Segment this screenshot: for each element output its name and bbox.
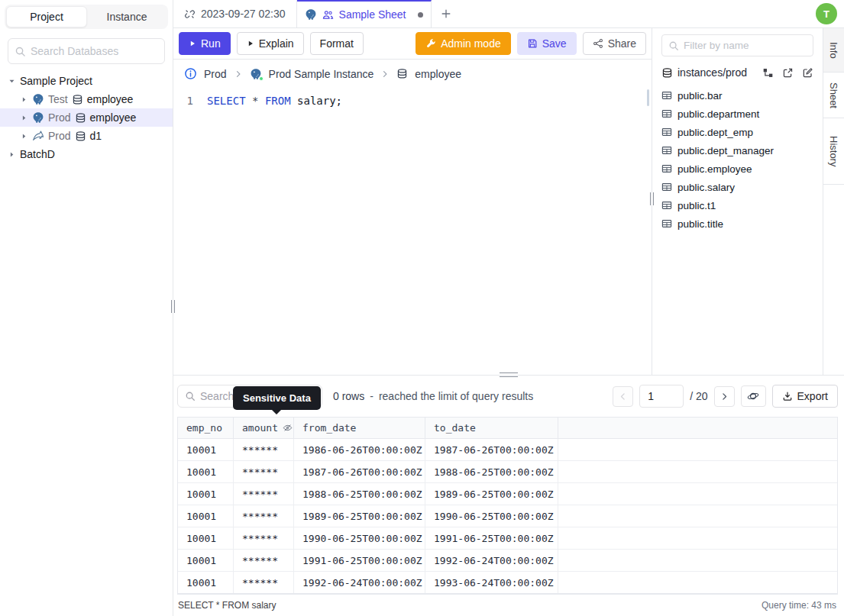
schema-diagram-icon[interactable] [762,67,774,79]
admin-mode-button[interactable]: Admin mode [416,32,511,55]
cell-masked[interactable]: ****** [234,461,294,482]
breadcrumb-database[interactable]: employee [415,68,461,80]
cell-filler [558,483,837,505]
cell[interactable]: 10001 [178,505,234,527]
table-icon [661,182,672,192]
editor-column: Run Explain Format Admin mode [173,28,652,375]
tab-sample-sheet[interactable]: Sample Sheet [297,0,432,27]
prev-page-button[interactable] [613,386,633,407]
result-row[interactable]: 10001 ****** 1990-06-25T00:00:00Z 1991-0… [178,527,837,550]
table-list-item[interactable]: public.employee [661,160,813,178]
cell[interactable]: 1992-06-24T00:00:00Z [425,550,558,571]
panel-resize-handle[interactable] [650,192,654,205]
cell-masked[interactable]: ****** [234,572,294,593]
cell[interactable]: 1989-06-25T00:00:00Z [425,483,558,505]
cell-masked[interactable]: ****** [234,527,294,549]
cell[interactable]: 1991-06-25T00:00:00Z [294,550,425,571]
table-list-item[interactable]: public.dept_manager [661,141,813,160]
cell-masked[interactable]: ****** [234,483,294,505]
table-name: public.department [677,108,759,120]
cell[interactable]: 1992-06-24T00:00:00Z [294,572,425,593]
tab-info[interactable]: Info [823,28,844,73]
sidebar-resize-handle[interactable] [171,300,175,313]
cell-masked[interactable]: ****** [234,550,294,571]
tab-history[interactable]: History [823,118,844,185]
cell[interactable]: 1990-06-25T00:00:00Z [425,505,558,527]
format-button[interactable]: Format [310,32,364,55]
tab-project[interactable]: Project [6,6,87,27]
run-button[interactable]: Run [179,32,231,55]
cell[interactable]: 10001 [178,550,234,571]
result-row[interactable]: 10001 ****** 1988-06-25T00:00:00Z 1989-0… [178,483,837,505]
caret-right-icon [20,114,28,122]
rows-limit-text: reached the limit of query results [379,390,533,402]
editor-scrollbar[interactable] [647,89,649,106]
database-icon [661,67,673,79]
table-list-item[interactable]: public.t1 [661,196,813,214]
result-row[interactable]: 10001 ****** 1991-06-25T00:00:00Z 1992-0… [178,550,837,572]
next-page-button[interactable] [714,386,735,407]
results-resize-handle[interactable] [500,373,518,377]
save-button[interactable]: Save [517,32,577,55]
table-list-item[interactable]: public.dept_emp [661,123,813,141]
cell[interactable]: 1988-06-25T00:00:00Z [294,483,425,505]
avatar[interactable]: T [816,3,837,24]
cell[interactable]: 1987-06-26T00:00:00Z [425,439,558,460]
cell-masked[interactable]: ****** [234,505,294,527]
share-button[interactable]: Share [583,32,646,55]
tree-item-prod-employee[interactable]: Prod employee [0,108,173,127]
tab-instance[interactable]: Instance [87,6,167,27]
cell[interactable]: 10001 [178,483,234,505]
column-header-filler [558,418,837,438]
tree-item-prod-d1[interactable]: Prod d1 [0,127,173,145]
column-header[interactable]: to_date [425,418,558,438]
table-list-item[interactable]: public.salary [661,178,813,196]
cell[interactable]: 10001 [178,439,234,460]
table-list-item[interactable]: public.department [661,105,813,123]
cell[interactable]: 1986-06-26T00:00:00Z [294,439,425,460]
column-header[interactable]: from_date [294,418,425,438]
admin-mode-label: Admin mode [441,37,501,50]
edit-icon[interactable] [802,67,813,79]
breadcrumb-env[interactable]: Prod [204,68,227,80]
result-row[interactable]: 10001 ****** 1989-06-25T00:00:00Z 1990-0… [178,505,837,527]
new-tab-button[interactable] [432,0,461,27]
column-header[interactable]: amount [234,418,294,438]
caret-right-icon [20,132,28,140]
cell[interactable]: 1991-06-25T00:00:00Z [425,527,558,549]
page-number-input[interactable] [639,385,684,408]
cell[interactable]: 1993-06-24T00:00:00Z [425,572,558,593]
sql-editor[interactable]: 1 SELECT * FROM salary; [173,88,652,375]
tree-item-batchd[interactable]: BatchD [0,145,173,163]
eye-off-icon[interactable] [283,423,293,433]
export-button[interactable]: Export [772,385,838,408]
filter-input[interactable] [684,40,807,51]
tree-item-sample-project[interactable]: Sample Project [0,72,173,90]
cell[interactable]: 10001 [178,572,234,593]
explain-button[interactable]: Explain [237,32,304,55]
cell[interactable]: 1989-06-25T00:00:00Z [294,505,425,527]
result-row[interactable]: 10001 ****** 1987-06-26T00:00:00Z 1988-0… [178,461,837,483]
planet-button[interactable] [741,385,766,407]
cell[interactable]: 1987-06-26T00:00:00Z [294,461,425,482]
share-icon [593,38,603,49]
cell[interactable]: 1990-06-25T00:00:00Z [294,527,425,549]
cell-masked[interactable]: ****** [234,439,294,460]
column-header[interactable]: emp_no [178,418,234,438]
table-icon [661,90,672,101]
result-row[interactable]: 10001 ****** 1986-06-26T00:00:00Z 1987-0… [178,439,837,461]
tree-item-test-employee[interactable]: Test employee [0,90,173,108]
database-search-input[interactable] [31,45,158,57]
breadcrumb-instance[interactable]: Prod Sample Instance [269,68,374,80]
postgres-icon [32,111,44,124]
tab-history-sheet[interactable]: 2023-09-27 02:30 [173,0,297,27]
cell[interactable]: 10001 [178,461,234,482]
external-link-icon[interactable] [782,67,794,79]
table-list-item[interactable]: public.bar [661,86,813,105]
cell[interactable]: 1988-06-25T00:00:00Z [425,461,558,482]
table-list-item[interactable]: public.title [661,214,813,233]
tab-sheet[interactable]: Sheet [823,73,844,118]
info-icon[interactable] [184,67,197,80]
cell[interactable]: 10001 [178,527,234,549]
result-row[interactable]: 10001 ****** 1992-06-24T00:00:00Z 1993-0… [178,572,837,594]
